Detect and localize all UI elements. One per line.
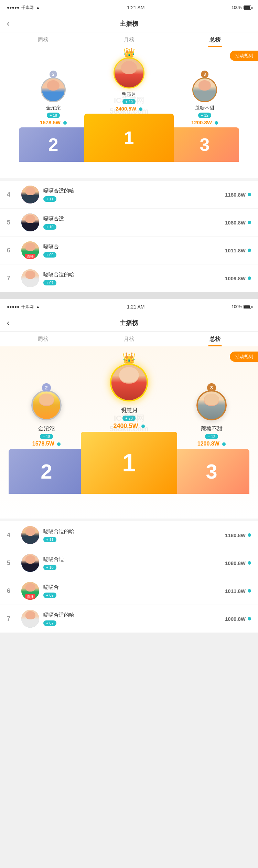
screen-1: ●●●●● 千库网 ▲ 1:21 AM 100% ‹ 主播榜 周榜 月榜 总榜 [0, 0, 258, 292]
rank2-num-7: 7 [7, 615, 17, 623]
rank3-name-2: 蔗糖不甜 [201, 425, 223, 432]
rank-num-5: 5 [7, 219, 17, 226]
rank5-info: 嗝嗝合适 + 10 [43, 216, 225, 230]
rank3-block-2: 3 [174, 449, 249, 494]
rank3-score-2: 1200.8W [197, 441, 226, 447]
rank-num-4: 4 [7, 191, 17, 198]
podium2-rank-2: 2 金沱沱 + 18 1578.5W 2 [9, 390, 84, 494]
podium-rank-3: 3 蔗糖不甜 + 12 1200.8W 3 [170, 77, 239, 162]
rank6-dot [248, 249, 251, 252]
rank1-avatar[interactable] [114, 57, 144, 88]
page-title-1: 主播榜 [120, 20, 138, 28]
rank1-block-2: 1 [81, 432, 177, 494]
rank1-add-score: + 20 [122, 99, 136, 104]
rank4-avatar[interactable] [21, 186, 39, 203]
rank1-avatar-2[interactable] [110, 364, 148, 401]
rank3-avatar[interactable] [192, 77, 217, 102]
battery-percent: 100% [232, 5, 242, 10]
battery-icon-2 [244, 305, 251, 309]
rank-list-item-6[interactable]: 6 直播 嗝嗝合 + 09 1011.8W [0, 237, 258, 264]
rank2-6-avatar[interactable]: 直播 [21, 582, 39, 600]
rank2-list-item-5[interactable]: 5 嗝嗝合适 + 10 1080.8W [0, 549, 258, 577]
leaderboard-section-2: IC千库网588ku.com 活动规则 2 金沱沱 + 18 [0, 346, 258, 519]
rank1-score-2: 2400.5W [113, 422, 144, 430]
rank5-name: 嗝嗝合适 [43, 216, 225, 222]
rank2-badge: 2 [50, 71, 57, 78]
leaderboard-section-1: IC千库网588ku.com 活动规则 2 金沱沱 + 18 1578.5W [0, 47, 258, 178]
activity-rules-button-1[interactable]: 活动规则 [230, 51, 258, 61]
rank3-badge: 3 [201, 71, 208, 78]
rank2-7-info: 嗝嗝合适的哈 + 07 [43, 612, 225, 626]
rank7-score: 1009.8W [225, 275, 251, 281]
rank2-num-5: 5 [7, 560, 17, 567]
rank2-list-item-6[interactable]: 6 直播 嗝嗝合 + 09 1011.8W [0, 577, 258, 605]
rank5-avatar[interactable] [21, 213, 39, 231]
rank2-add-score: + 18 [47, 113, 60, 118]
screen-2: ●●●●● 千库网 ▲ 1:21 AM 100% ‹ 主播榜 周榜 月榜 总榜 [0, 299, 258, 633]
rank2-6-info: 嗝嗝合 + 09 [43, 584, 225, 598]
rank3-avatar-wrapper: 3 [192, 77, 217, 102]
rank2-list-item-4[interactable]: 4 嗝嗝合适的哈 + 11 1180.8W [0, 521, 258, 549]
rank2-5-info: 嗝嗝合适 + 10 [43, 556, 225, 570]
rank7-name: 嗝嗝合适的哈 [43, 271, 225, 278]
tab-total-2[interactable]: 总榜 [172, 336, 258, 346]
live-badge-2-6: 直播 [25, 594, 35, 600]
battery-area: 100% [232, 5, 251, 10]
wifi-icon-2: ▲ [36, 304, 40, 309]
activity-rules-button-2[interactable]: 活动规则 [230, 352, 258, 362]
tabs-2: 周榜 月榜 总榜 [0, 332, 258, 346]
carrier-wifi-2: ●●●●● 千库网 ▲ [7, 304, 40, 310]
rank3-add-score: + 12 [198, 113, 211, 118]
signal-dots-2: ●●●●● [7, 304, 19, 309]
tab-monthly-1[interactable]: 月榜 [86, 36, 172, 47]
rank-list-item-5[interactable]: 5 嗝嗝合适 + 10 1080.8W [0, 209, 258, 237]
rank7-add-score: + 07 [43, 280, 56, 285]
rank7-info: 嗝嗝合适的哈 + 07 [43, 271, 225, 285]
podium2-rank-1: 👑 明慧月 + 20 2400.5W 1 [81, 364, 177, 494]
back-button-2[interactable]: ‹ [7, 318, 9, 327]
rank4-add-score: + 11 [43, 196, 56, 202]
rank2-block: 2 [19, 127, 88, 162]
rank4-dot [248, 193, 251, 196]
tab-monthly-2[interactable]: 月榜 [86, 336, 172, 346]
battery-percent-2: 100% [232, 304, 242, 309]
rank2-block-2: 2 [9, 449, 84, 494]
rank-list-item-7[interactable]: 7 嗝嗝合适的哈 + 07 1009.8W [0, 264, 258, 292]
rank7-avatar[interactable] [21, 269, 39, 287]
rank1-score-dot-2 [141, 425, 145, 428]
rank2-7-dot [248, 617, 251, 620]
rank2-6-add-score: + 09 [43, 593, 56, 598]
rank-list-item-4[interactable]: 4 嗝嗝合适的哈 + 11 1180.8W [0, 181, 258, 209]
rank2-4-info: 嗝嗝合适的哈 + 11 [43, 528, 225, 542]
rank2-5-avatar[interactable] [21, 554, 39, 572]
rank2-num-4: 4 [7, 532, 17, 539]
rank2-avatar[interactable] [41, 77, 66, 102]
rank1-crown-icon: 👑 [123, 47, 135, 59]
rank2-7-avatar[interactable] [21, 610, 39, 628]
back-button[interactable]: ‹ [7, 19, 9, 28]
battery-icon [244, 6, 251, 10]
rank3-avatar-2[interactable] [196, 390, 227, 420]
rank3-block: 3 [170, 127, 239, 162]
rank4-info: 嗝嗝合适的哈 + 11 [43, 188, 225, 202]
rank1-score: 2400.5W [116, 106, 142, 112]
live-badge-6: 直播 [25, 254, 35, 259]
status-time: 1:21 AM [127, 5, 144, 10]
rank1-name: 明慧月 [122, 91, 136, 97]
rank2-avatar-2[interactable] [31, 390, 62, 420]
rank6-avatar[interactable]: 直播 [21, 241, 39, 259]
rank2-list-item-7[interactable]: 7 嗝嗝合适的哈 + 07 1009.8W [0, 605, 258, 633]
header-1: ‹ 主播榜 [0, 15, 258, 32]
rank2-avatar-wrapper: 2 [41, 77, 66, 102]
rank6-score: 1011.8W [225, 248, 251, 253]
tab-weekly-1[interactable]: 周榜 [0, 36, 86, 47]
battery-fill-2 [244, 305, 250, 308]
battery-area-2: 100% [232, 304, 251, 309]
tab-total-1[interactable]: 总榜 [172, 36, 258, 47]
rank2-5-score: 1080.8W [225, 560, 251, 566]
carrier-wifi: ●●●●● 千库网 ▲ [7, 5, 40, 11]
rank2-score-2: 1578.5W [32, 441, 61, 447]
tab-weekly-2[interactable]: 周榜 [0, 336, 86, 346]
rank2-4-avatar[interactable] [21, 526, 39, 544]
rank2-5-dot [248, 561, 251, 565]
